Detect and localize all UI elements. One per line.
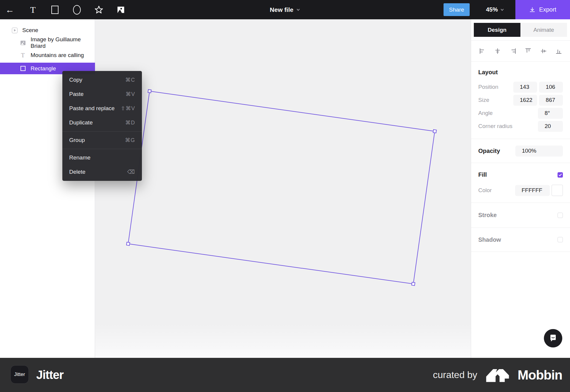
alignment-toolbar [471, 41, 570, 61]
image-tool-button[interactable] [110, 0, 132, 19]
export-button[interactable]: Export [515, 0, 570, 19]
menu-item-group[interactable]: Group ⌘G [62, 133, 142, 147]
layer-row-text[interactable]: T Mountains are calling [0, 49, 95, 61]
position-x-input[interactable]: 143 [513, 82, 537, 93]
angle-input[interactable]: 8° [538, 108, 563, 119]
angle-label: Angle [478, 110, 513, 116]
menu-label: Paste [69, 91, 84, 97]
zoom-chevron-down-icon [500, 8, 504, 12]
opacity-label: Opacity [478, 148, 500, 154]
tool-group: ← T [0, 0, 132, 19]
backspace-icon: ⌫ [127, 169, 135, 175]
stroke-label: Stroke [478, 212, 497, 219]
layers-panel: Scene Image by Guillaume Briard T Mounta… [0, 19, 95, 358]
align-horizontal-center-icon[interactable] [494, 48, 501, 55]
checkmark-icon [558, 173, 562, 177]
corner-radius-label: Corner radius [478, 123, 513, 129]
opacity-input[interactable]: 100% [515, 146, 563, 157]
menu-divider [62, 149, 142, 149]
chat-button[interactable] [544, 329, 562, 347]
align-top-icon[interactable] [525, 48, 532, 55]
menu-label: Delete [69, 169, 86, 175]
curated-by-section: curated by Mobbin [433, 358, 570, 392]
stroke-checkbox[interactable] [558, 213, 563, 218]
tab-design[interactable]: Design [474, 23, 520, 37]
download-icon [529, 7, 536, 13]
fill-color-input[interactable]: FFFFFF [515, 185, 550, 196]
mobbin-wordmark[interactable]: Mobbin [518, 368, 562, 382]
jitter-app-icon[interactable]: Jitter [10, 365, 29, 384]
ellipse-tool-button[interactable] [66, 0, 88, 19]
menu-item-duplicate[interactable]: Duplicate ⌘D [62, 116, 142, 130]
fill-checkbox[interactable] [558, 172, 563, 178]
align-right-icon[interactable] [509, 48, 517, 55]
layer-row-image[interactable]: Image by Guillaume Briard [0, 37, 95, 49]
zoom-selector[interactable]: 45% [486, 6, 504, 13]
menu-item-copy[interactable]: Copy ⌘C [62, 73, 142, 87]
align-vertical-center-icon[interactable] [540, 48, 547, 55]
document-title[interactable]: New file [270, 6, 293, 13]
menu-label: Copy [69, 77, 82, 83]
fill-label: Fill [478, 171, 487, 178]
jitter-wordmark[interactable]: Jitter [36, 358, 64, 392]
align-bottom-icon[interactable] [555, 48, 562, 55]
zoom-level: 45% [486, 6, 498, 13]
fill-color-swatch[interactable] [552, 185, 563, 196]
menu-divider [62, 131, 142, 132]
layer-label: Rectangle [31, 65, 56, 72]
position-y-input[interactable]: 106 [539, 82, 563, 93]
size-label: Size [478, 97, 513, 103]
text-tool-icon: T [30, 5, 36, 15]
selection-handle-bottom-left[interactable] [126, 242, 130, 246]
back-button[interactable]: ← [5, 0, 22, 19]
share-button[interactable]: Share [444, 3, 470, 16]
layer-label: Mountains are calling [31, 52, 84, 59]
layer-row-scene[interactable]: Scene [0, 24, 95, 37]
curated-by-label: curated by [433, 369, 477, 380]
top-toolbar: ← T New file Share 45% Export [0, 0, 570, 19]
image-layer-icon [20, 40, 26, 46]
rectangle-tool-button[interactable] [44, 0, 66, 19]
menu-item-paste[interactable]: Paste ⌘V [62, 87, 142, 101]
tab-animate[interactable]: Animate [520, 23, 567, 37]
menu-shortcut: ⌘D [125, 119, 135, 126]
shadow-checkbox[interactable] [558, 237, 563, 242]
menu-item-delete[interactable]: Delete ⌫ [62, 165, 142, 179]
menu-shortcut: ⌘V [126, 91, 135, 97]
layer-label: Image by Guillaume Briard [31, 36, 95, 49]
mobbin-logo-icon[interactable] [485, 368, 510, 382]
inspector-panel: Design Animate Layout Position 143 106 S… [471, 19, 570, 358]
selection-handle-top-left[interactable] [148, 89, 152, 93]
menu-label: Rename [69, 154, 91, 161]
export-label: Export [539, 6, 556, 13]
menu-item-paste-and-replace[interactable]: Paste and replace ⇧⌘V [62, 101, 142, 116]
menu-shortcut: ⌘C [125, 77, 135, 83]
star-tool-button[interactable] [88, 0, 110, 19]
back-arrow-icon: ← [5, 5, 14, 14]
menu-shortcut: ⇧⌘V [121, 105, 135, 112]
footer-bar: Jitter Jitter curated by Mobbin [0, 358, 570, 392]
corner-radius-input[interactable]: 20 [538, 121, 563, 132]
layout-section-title: Layout [478, 69, 563, 76]
canvas[interactable] [95, 19, 471, 358]
title-chevron-down-icon[interactable] [296, 8, 300, 12]
selection-handle-top-right[interactable] [433, 129, 437, 133]
rectangle-layer-icon [20, 66, 26, 71]
layer-label: Scene [22, 27, 38, 34]
menu-item-rename[interactable]: Rename [62, 151, 142, 165]
image-tool-icon [116, 5, 125, 14]
star-tool-icon [94, 5, 103, 14]
menu-label: Duplicate [69, 119, 93, 126]
size-height-input[interactable]: 867 [539, 95, 563, 106]
shadow-label: Shadow [478, 236, 501, 243]
selection-handle-bottom-right[interactable] [411, 282, 415, 286]
fill-color-label: Color [478, 187, 513, 194]
text-tool-button[interactable]: T [22, 0, 44, 19]
divider [471, 252, 570, 252]
context-menu: Copy ⌘C Paste ⌘V Paste and replace ⇧⌘V D… [62, 71, 142, 181]
chat-bubble-icon [548, 333, 558, 343]
menu-label: Group [69, 137, 85, 143]
ellipse-tool-icon [73, 5, 81, 15]
size-width-input[interactable]: 1622 [513, 95, 537, 106]
align-left-icon[interactable] [479, 48, 486, 55]
